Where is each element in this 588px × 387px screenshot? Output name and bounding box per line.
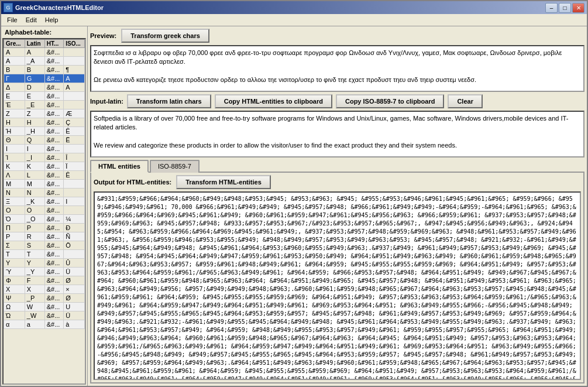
preview-box: Σοφτπεδια ισ α λιβραρυ οφ οβερ 70,000 φρ… — [90, 45, 584, 92]
cell-4-0: Δ — [4, 83, 25, 92]
cell-12-2: &#... — [44, 153, 64, 162]
cell-20-3: Ð — [64, 224, 85, 232]
preview-label: Preview: — [90, 32, 116, 39]
table-row[interactable]: ΕE&#... — [4, 92, 85, 101]
tab-iso-8859-7[interactable]: ISO-8859-7 — [150, 160, 200, 173]
cell-27-3: × — [64, 285, 85, 294]
table-row[interactable]: ΙI&#... — [4, 145, 85, 153]
cell-22-2: &#... — [44, 241, 64, 250]
table-row[interactable]: Έ_E&#... — [4, 101, 85, 109]
table-row[interactable]: Ψ_P&#...Ø — [4, 294, 85, 303]
output-label: Output for HTML-entities: — [94, 179, 171, 186]
input-latin-header: Input-latin: Transform latin chars Copy … — [90, 94, 584, 108]
cell-22-3: Ö — [64, 241, 85, 250]
cell-5-1: E — [25, 92, 44, 101]
cell-24-2: &#... — [44, 259, 64, 268]
cell-16-3 — [64, 189, 85, 197]
cell-30-0: Ώ — [4, 311, 25, 320]
maximize-button[interactable]: □ — [559, 3, 571, 13]
table-row[interactable]: ΝN&#... — [4, 189, 85, 197]
cell-25-2: &#... — [44, 268, 64, 276]
tab-content: Output for HTML-entities: Transform HTML… — [90, 173, 584, 383]
transform-html-entities-button[interactable]: Transform HTML-entities — [176, 175, 271, 189]
input-latin-section: Input-latin: Transform latin chars Copy … — [90, 94, 584, 157]
table-row[interactable]: Ξ_K&#...I — [4, 197, 85, 206]
table-row[interactable]: ΜM&#... — [4, 180, 85, 189]
copy-iso-button[interactable]: Copy ISO-8859-7 to clipboard — [336, 94, 444, 108]
table-row[interactable]: Ό_O&#...¼ — [4, 215, 85, 224]
table-row[interactable]: Ί_I&#...Î — [4, 153, 85, 162]
content-area: Alphabet-table: Gre... Latin HT... ISO..… — [1, 26, 587, 386]
tab-html-entities[interactable]: HTML entities — [90, 160, 149, 173]
cell-10-2: &#... — [44, 136, 64, 145]
cell-0-2: &#... — [44, 48, 64, 57]
cell-6-3 — [64, 101, 85, 109]
cell-20-2: &#... — [44, 224, 64, 232]
cell-15-1: M — [25, 180, 44, 189]
menu-help[interactable]: Help — [42, 15, 62, 25]
table-row[interactable]: ΚK&#...Ï — [4, 162, 85, 171]
cell-31-0: α — [4, 320, 25, 329]
cell-28-2: &#... — [44, 294, 64, 303]
cell-29-2: &#... — [44, 303, 64, 311]
table-row[interactable]: ΔD&#...A — [4, 83, 85, 92]
cell-30-3: Ü — [64, 311, 85, 320]
table-row[interactable]: ΒB&#...¶ — [4, 66, 85, 74]
table-row[interactable]: Ώ_W&#...Ü — [4, 311, 85, 320]
preview-content: Σοφτπεδια ισ α λιβραρυ οφ οβερ 70,000 φρ… — [94, 49, 563, 92]
transform-greek-chars-button[interactable]: Transform greek chars — [121, 29, 209, 43]
menu-file[interactable]: File — [4, 15, 21, 25]
table-row[interactable]: ΦF&#...Ø — [4, 276, 85, 285]
table-row[interactable]: ΟO&#... — [4, 206, 85, 215]
cell-6-2: &#... — [44, 101, 64, 109]
table-row[interactable]: ΧX&#...× — [4, 285, 85, 294]
cell-2-0: Β — [4, 66, 25, 74]
cell-25-3: Ü — [64, 268, 85, 276]
menu-edit[interactable]: Edit — [22, 15, 40, 25]
cell-7-1: Z — [25, 109, 44, 118]
cell-2-3: ¶ — [64, 66, 85, 74]
clear-button[interactable]: Clear — [448, 94, 483, 108]
cell-15-0: Μ — [4, 180, 25, 189]
cell-25-1: _Y — [25, 268, 44, 276]
minimize-button[interactable]: – — [545, 3, 558, 13]
cell-23-3 — [64, 250, 85, 259]
table-row[interactable]: αa&#...à — [4, 320, 85, 329]
window-title: GreekCharactersHTMLEditor — [15, 4, 104, 11]
cell-27-2: &#... — [44, 285, 64, 294]
table-row[interactable]: ΘQ&#...Ë — [4, 136, 85, 145]
table-row[interactable]: ΣS&#...Ö — [4, 241, 85, 250]
table-row[interactable]: ΩW&#...U — [4, 303, 85, 311]
table-row[interactable]: ΗH&#...Ç — [4, 118, 85, 127]
table-row[interactable]: Ύ_Y&#...Ü — [4, 268, 85, 276]
cell-8-3: Ç — [64, 118, 85, 127]
table-row[interactable]: ΓG&#...A — [4, 74, 85, 83]
input-latin-content: Softpedia is a library of over 70,000 fr… — [94, 115, 568, 157]
cell-28-0: Ψ — [4, 294, 25, 303]
preview-header: Preview: Transform greek chars — [90, 29, 584, 43]
table-row[interactable]: ΤT&#... — [4, 250, 85, 259]
close-button[interactable]: ✕ — [572, 3, 584, 13]
cell-4-3: A — [64, 83, 85, 92]
cell-10-1: Q — [25, 136, 44, 145]
cell-7-2: &#... — [44, 109, 64, 118]
copy-html-entities-button[interactable]: Copy HTML-entities to clipboard — [215, 94, 332, 108]
table-row[interactable]: ΡR&#...Ñ — [4, 232, 85, 241]
col-html: HT... — [44, 40, 64, 48]
table-row[interactable]: Ή_H&#...Ê — [4, 127, 85, 136]
transform-latin-chars-button[interactable]: Transform latin chars — [127, 94, 211, 108]
table-row[interactable]: ΑA&#... — [4, 48, 85, 57]
table-row[interactable]: ΛL&#...Ê — [4, 171, 85, 180]
cell-9-1: _H — [25, 127, 44, 136]
cell-23-2: &#... — [44, 250, 64, 259]
table-row[interactable]: Α_A&#... — [4, 57, 85, 66]
cell-19-3: ¼ — [64, 215, 85, 224]
output-box[interactable]: &#931;&#959;&#966;&#964;&#960;&#949;&#94… — [94, 191, 581, 380]
table-row[interactable]: ΠP&#...Ð — [4, 224, 85, 232]
cell-24-0: Υ — [4, 259, 25, 268]
alphabet-table-container[interactable]: Gre... Latin HT... ISO... ΑA&#...Α_A&#..… — [2, 38, 86, 385]
table-row[interactable]: ΖZ&#...Æ — [4, 109, 85, 118]
cell-1-2: &#... — [44, 57, 64, 66]
alphabet-table-label: Alphabet-table: — [1, 26, 87, 37]
table-row[interactable]: ΥY&#...Û — [4, 259, 85, 268]
